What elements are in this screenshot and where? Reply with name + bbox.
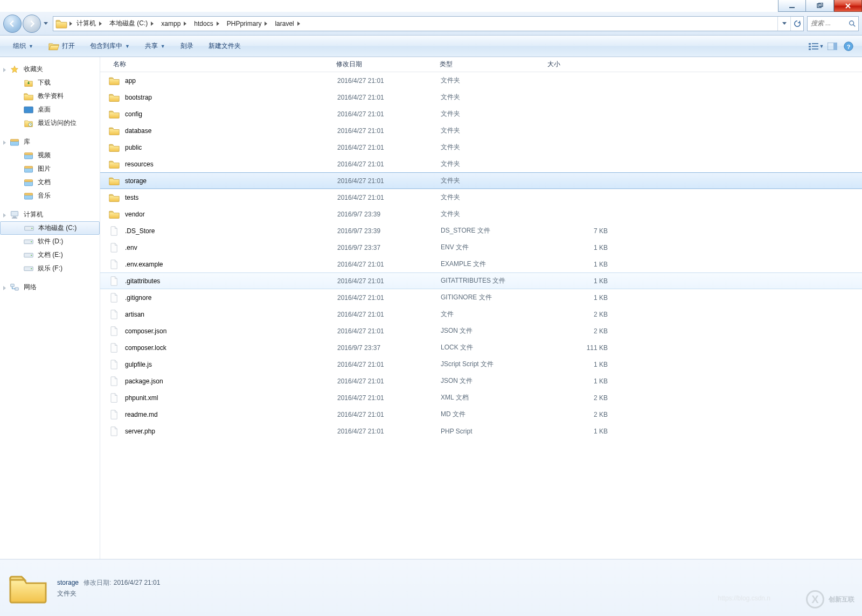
watermark: 创新互联 <box>806 590 854 608</box>
search-icon[interactable] <box>846 20 858 27</box>
chevron-right-icon[interactable] <box>297 22 300 26</box>
file-row[interactable]: app2016/4/27 21:01文件夹 <box>100 72 862 89</box>
sidebar-item-drive-e[interactable]: 文档 (E:) <box>0 248 100 262</box>
file-name: composer.json <box>125 327 337 335</box>
file-row[interactable]: .DS_Store2016/9/7 23:39DS_STORE 文件7 KB <box>100 222 862 239</box>
breadcrumb-item[interactable]: 本地磁盘 (C:) <box>105 17 157 31</box>
sidebar-favorites[interactable]: 收藏夹 <box>0 62 100 76</box>
drive-icon <box>24 224 34 233</box>
new-folder-button[interactable]: 新建文件夹 <box>201 36 248 57</box>
file-row[interactable]: composer.lock2016/9/7 23:37LOCK 文件111 KB <box>100 339 862 356</box>
column-date[interactable]: 修改日期 <box>329 60 432 69</box>
file-row[interactable]: package.json2016/4/27 21:01JSON 文件1 KB <box>100 373 862 389</box>
file-row[interactable]: config2016/4/27 21:01文件夹 <box>100 106 862 122</box>
drive-icon <box>24 237 33 246</box>
file-date: 2016/4/27 21:01 <box>337 127 441 135</box>
column-size[interactable]: 大小 <box>540 60 615 69</box>
include-menu[interactable]: 包含到库中▼ <box>82 36 137 57</box>
file-type: DS_STORE 文件 <box>441 226 548 235</box>
file-row[interactable]: tests2016/4/27 21:01文件夹 <box>100 189 862 206</box>
expand-icon[interactable] <box>3 284 10 291</box>
sidebar-libraries[interactable]: 库 <box>0 135 100 149</box>
breadcrumb-item[interactable]: PHPprimary <box>223 17 271 31</box>
view-menu[interactable]: ▼ <box>808 39 824 54</box>
history-dropdown[interactable] <box>42 15 50 33</box>
close-button[interactable] <box>834 0 862 12</box>
maximize-button[interactable] <box>806 0 834 12</box>
chevron-right-icon[interactable] <box>151 22 154 26</box>
expand-icon[interactable] <box>3 212 10 218</box>
file-row[interactable]: vendor2016/9/7 23:39文件夹 <box>100 206 862 222</box>
chevron-right-icon[interactable] <box>217 22 219 26</box>
file-row[interactable]: gulpfile.js2016/4/27 21:01JScript Script… <box>100 356 862 373</box>
file-name: .gitignore <box>125 294 337 302</box>
file-row[interactable]: server.php2016/4/27 21:01PHP Script1 KB <box>100 423 862 439</box>
sidebar-item-drive-d[interactable]: 软件 (D:) <box>0 235 100 248</box>
file-row[interactable]: public2016/4/27 21:01文件夹 <box>100 139 862 156</box>
sidebar-item-pictures[interactable]: 图片 <box>0 162 100 176</box>
file-date: 2016/9/7 23:39 <box>337 211 441 218</box>
breadcrumb-item[interactable]: xampp <box>157 17 190 31</box>
breadcrumb-item[interactable]: htdocs <box>190 17 222 31</box>
sidebar-item-videos[interactable]: 视频 <box>0 149 100 162</box>
command-bar: 组织▼ 打开 包含到库中▼ 共享▼ 刻录 新建文件夹 ▼ <box>0 36 862 57</box>
file-row[interactable]: database2016/4/27 21:01文件夹 <box>100 122 862 139</box>
back-button[interactable] <box>3 15 22 33</box>
chevron-right-icon[interactable] <box>184 22 186 26</box>
chevron-right-icon[interactable] <box>99 22 102 26</box>
open-button[interactable]: 打开 <box>41 36 82 57</box>
sidebar-computer[interactable]: 计算机 <box>0 208 100 221</box>
file-date: 2016/4/27 21:01 <box>337 94 441 101</box>
network-icon <box>10 283 19 292</box>
search-input[interactable]: 搜索 ... <box>807 16 859 31</box>
sidebar-item-desktop[interactable]: 桌面 <box>0 103 100 116</box>
burn-button[interactable]: 刻录 <box>173 36 201 57</box>
file-row[interactable]: composer.json2016/4/27 21:01JSON 文件2 KB <box>100 323 862 339</box>
file-row[interactable]: resources2016/4/27 21:01文件夹 <box>100 156 862 172</box>
sidebar-item-documents[interactable]: 文档 <box>0 176 100 189</box>
preview-pane-button[interactable] <box>824 39 840 54</box>
file-row[interactable]: bootstrap2016/4/27 21:01文件夹 <box>100 89 862 106</box>
file-type: PHP Script <box>441 428 548 435</box>
sidebar-item-music[interactable]: 音乐 <box>0 189 100 202</box>
forward-button[interactable] <box>23 15 41 33</box>
help-button[interactable] <box>840 39 857 54</box>
expand-icon[interactable] <box>3 66 10 73</box>
column-name[interactable]: 名称 <box>100 60 329 69</box>
refresh-button[interactable] <box>790 17 803 31</box>
file-row[interactable]: .gitignore2016/4/27 21:01GITIGNORE 文件1 K… <box>100 289 862 306</box>
column-headers: 名称 修改日期 类型 大小 <box>100 57 862 72</box>
file-icon <box>109 310 120 319</box>
computer-icon <box>10 211 19 219</box>
svg-rect-19 <box>809 46 811 47</box>
file-row[interactable]: .env2016/9/7 23:37ENV 文件1 KB <box>100 239 862 256</box>
file-row[interactable]: artisan2016/4/27 21:01文件2 KB <box>100 306 862 323</box>
organize-menu[interactable]: 组织▼ <box>5 36 41 57</box>
sidebar-item-drive-f[interactable]: 娱乐 (F:) <box>0 262 100 275</box>
column-type[interactable]: 类型 <box>432 60 540 69</box>
file-row[interactable]: .env.example2016/4/27 21:01EXAMPLE 文件1 K… <box>100 256 862 272</box>
sidebar-item-drive-c[interactable]: 本地磁盘 (C:) <box>0 221 100 235</box>
sidebar-item-downloads[interactable]: 下载 <box>0 76 100 89</box>
file-row[interactable]: readme.md2016/4/27 21:01MD 文件2 KB <box>100 406 862 423</box>
folder-icon <box>109 126 120 136</box>
minimize-button[interactable] <box>778 0 806 12</box>
sidebar-item-teaching[interactable]: 教学资料 <box>0 89 100 103</box>
chevron-right-icon[interactable] <box>265 22 267 26</box>
file-date: 2016/4/27 21:01 <box>337 394 441 402</box>
drive-icon <box>24 251 33 260</box>
file-row[interactable]: storage2016/4/27 21:01文件夹 <box>100 172 862 189</box>
expand-icon[interactable] <box>3 139 10 145</box>
svg-rect-18 <box>812 43 818 44</box>
file-size: 2 KB <box>548 327 624 335</box>
file-row[interactable]: .gitattributes2016/4/27 21:01GITATTRIBUT… <box>100 272 862 289</box>
folder-icon <box>109 93 120 102</box>
address-dropdown[interactable] <box>777 17 790 31</box>
breadcrumb-item[interactable]: 计算机 <box>72 17 105 31</box>
breadcrumb-item[interactable]: laravel <box>270 17 303 31</box>
file-row[interactable]: phpunit.xml2016/4/27 21:01XML 文档2 KB <box>100 389 862 406</box>
sidebar-network[interactable]: 网络 <box>0 281 100 294</box>
share-menu[interactable]: 共享▼ <box>137 36 173 57</box>
sidebar-item-recent[interactable]: 最近访问的位 <box>0 116 100 130</box>
address-bar[interactable]: 计算机本地磁盘 (C:)xampphtdocsPHPprimarylaravel <box>53 16 804 31</box>
